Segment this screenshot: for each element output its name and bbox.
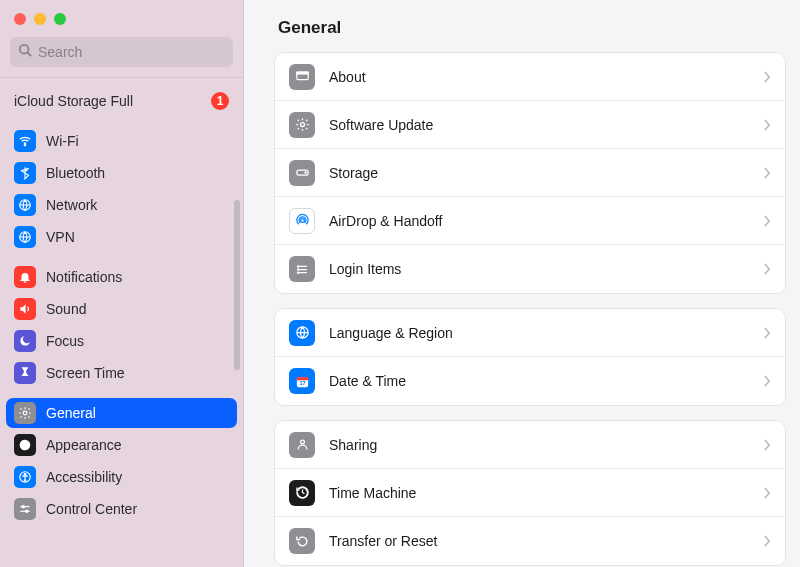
vpn-icon [14, 226, 36, 248]
chevron-right-icon [763, 167, 771, 179]
row-language[interactable]: Language & Region [275, 309, 785, 357]
window-controls [0, 0, 243, 25]
minimize-window-button[interactable] [34, 13, 46, 25]
chevron-right-icon [763, 439, 771, 451]
svg-point-29 [300, 440, 304, 444]
chevron-right-icon [763, 71, 771, 83]
chevron-right-icon [763, 215, 771, 227]
settings-group-1: Language & Region 17 Date & Time [274, 308, 786, 406]
row-loginitems[interactable]: Login Items [275, 245, 785, 293]
page-title: General [274, 18, 786, 38]
svg-point-8 [24, 474, 26, 476]
row-about[interactable]: About [275, 53, 785, 101]
chevron-right-icon [763, 535, 771, 547]
icloud-status-label: iCloud Storage Full [14, 93, 133, 109]
svg-point-23 [297, 268, 298, 269]
svg-line-1 [28, 53, 32, 57]
close-window-button[interactable] [14, 13, 26, 25]
sidebar-item-label: VPN [46, 229, 75, 245]
row-label: About [329, 69, 749, 85]
svg-point-2 [24, 144, 25, 145]
chevron-right-icon [763, 119, 771, 131]
icloud-status-row[interactable]: iCloud Storage Full 1 [6, 84, 237, 118]
svg-point-15 [300, 123, 304, 127]
row-label: Software Update [329, 117, 749, 133]
sidebar-item-label: Network [46, 197, 97, 213]
sidebar-item-label: Appearance [46, 437, 122, 453]
sidebar-item-focus[interactable]: Focus [6, 326, 237, 356]
settings-group-0: About Software Update Storage AirDrop & … [274, 52, 786, 294]
sidebar-item-wifi[interactable]: Wi-Fi [6, 126, 237, 156]
sharing-icon [289, 432, 315, 458]
general-icon [14, 402, 36, 424]
sidebar-item-vpn[interactable]: VPN [6, 222, 237, 252]
loginitems-icon [289, 256, 315, 282]
chevron-right-icon [763, 263, 771, 275]
wifi-icon [14, 130, 36, 152]
sidebar-item-label: Sound [46, 301, 86, 317]
focus-icon [14, 330, 36, 352]
timemachine-icon [289, 480, 315, 506]
svg-rect-14 [296, 72, 307, 74]
sidebar-scrollbar[interactable] [234, 200, 240, 370]
chevron-right-icon [763, 487, 771, 499]
about-icon [289, 64, 315, 90]
row-label: Transfer or Reset [329, 533, 749, 549]
storage-icon [289, 160, 315, 186]
row-softwareupdate[interactable]: Software Update [275, 101, 785, 149]
row-transferreset[interactable]: Transfer or Reset [275, 517, 785, 565]
sidebar-item-sound[interactable]: Sound [6, 294, 237, 324]
controlcenter-icon [14, 498, 36, 520]
zoom-window-button[interactable] [54, 13, 66, 25]
accessibility-icon [14, 466, 36, 488]
search-input[interactable] [32, 44, 225, 60]
softwareupdate-icon [289, 112, 315, 138]
svg-point-12 [26, 510, 28, 512]
icloud-status-badge: 1 [211, 92, 229, 110]
svg-point-17 [305, 172, 306, 173]
sidebar-item-appearance[interactable]: Appearance [6, 430, 237, 460]
svg-point-0 [20, 45, 29, 54]
airdrop-icon [289, 208, 315, 234]
svg-text:17: 17 [299, 379, 305, 385]
settings-group-2: Sharing Time Machine Transfer or Reset [274, 420, 786, 566]
language-icon [289, 320, 315, 346]
transferreset-icon [289, 528, 315, 554]
chevron-right-icon [763, 375, 771, 387]
screentime-icon [14, 362, 36, 384]
notifications-icon [14, 266, 36, 288]
sidebar-item-label: Focus [46, 333, 84, 349]
svg-point-22 [297, 265, 298, 266]
row-sharing[interactable]: Sharing [275, 421, 785, 469]
chevron-right-icon [763, 327, 771, 339]
sidebar-item-label: Control Center [46, 501, 137, 517]
svg-point-5 [23, 411, 27, 415]
row-label: Date & Time [329, 373, 749, 389]
sidebar-item-network[interactable]: Network [6, 190, 237, 220]
sidebar-item-screentime[interactable]: Screen Time [6, 358, 237, 388]
sidebar-item-accessibility[interactable]: Accessibility [6, 462, 237, 492]
row-label: Language & Region [329, 325, 749, 341]
sidebar-item-label: Notifications [46, 269, 122, 285]
sidebar-item-controlcenter[interactable]: Control Center [6, 494, 237, 524]
row-label: AirDrop & Handoff [329, 213, 749, 229]
row-label: Storage [329, 165, 749, 181]
row-timemachine[interactable]: Time Machine [275, 469, 785, 517]
sidebar: iCloud Storage Full 1 Wi-Fi Bluetooth Ne… [0, 0, 244, 567]
row-label: Login Items [329, 261, 749, 277]
search-field[interactable] [10, 37, 233, 67]
main-panel: General About Software Update Storage Ai… [244, 0, 800, 567]
sidebar-item-label: Accessibility [46, 469, 122, 485]
sound-icon [14, 298, 36, 320]
row-datetime[interactable]: 17 Date & Time [275, 357, 785, 405]
sidebar-item-general[interactable]: General [6, 398, 237, 428]
sidebar-item-notifications[interactable]: Notifications [6, 262, 237, 292]
bluetooth-icon [14, 162, 36, 184]
row-label: Sharing [329, 437, 749, 453]
svg-point-18 [300, 219, 304, 223]
sidebar-item-bluetooth[interactable]: Bluetooth [6, 158, 237, 188]
row-airdrop[interactable]: AirDrop & Handoff [275, 197, 785, 245]
row-storage[interactable]: Storage [275, 149, 785, 197]
svg-point-24 [297, 272, 298, 273]
network-icon [14, 194, 36, 216]
